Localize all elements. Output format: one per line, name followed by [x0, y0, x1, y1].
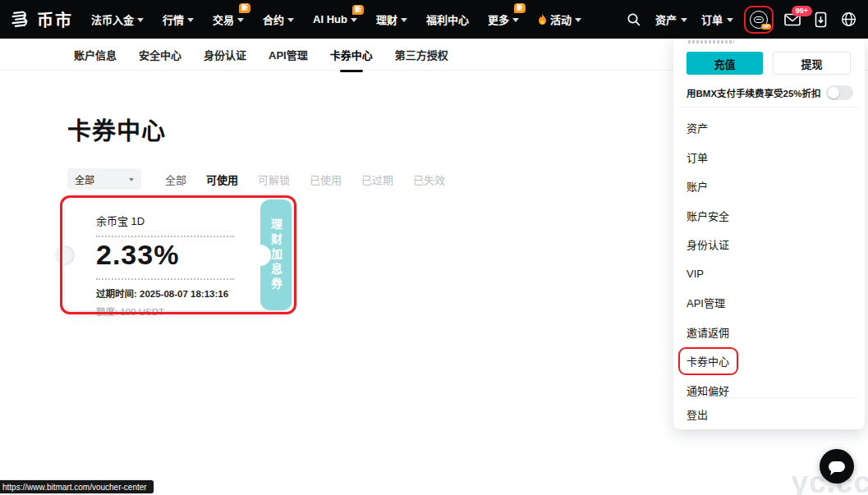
panel-menu-label: VIP	[687, 268, 704, 280]
nav-item-rewards[interactable]: 福利中心	[426, 11, 469, 27]
dotted-divider	[96, 236, 234, 237]
panel-menu-label: 身份认证	[687, 236, 729, 252]
panel-menu-item-assets[interactable]: 资产	[673, 113, 865, 143]
subnav-item-api-management[interactable]: API管理	[269, 47, 308, 62]
chat-widget-button[interactable]	[820, 449, 854, 484]
nav-item-earn[interactable]: 理财	[376, 11, 407, 27]
panel-menu-item-account-security[interactable]: 账户安全	[673, 201, 865, 231]
withdraw-button[interactable]: 提现	[773, 52, 851, 75]
nav-item-label: AI Hub	[313, 13, 347, 25]
clipped-account-row	[688, 40, 734, 44]
chevron-down-icon	[187, 18, 194, 22]
account-menu: 资产订单账户账户安全身份认证VIPAPI管理邀请返佣卡券中心通知偏好	[673, 108, 865, 405]
filter-tab-expired[interactable]: 已过期	[361, 172, 393, 187]
filter-tab-usable[interactable]: 可使用	[206, 172, 238, 187]
nav-item-label: 行情	[163, 11, 184, 27]
panel-menu-label: 卡券中心	[687, 353, 729, 369]
subnav-item-security-center[interactable]: 安全中心	[139, 47, 181, 62]
flame-icon	[538, 14, 547, 25]
user-avatar-button[interactable]: VIP	[747, 8, 770, 31]
language-globe-icon[interactable]	[841, 11, 857, 27]
chevron-down-icon	[401, 18, 407, 22]
chevron-down-icon	[237, 18, 244, 22]
vip-badge: VIP	[761, 24, 771, 30]
nav-item-trade[interactable]: 交易新	[213, 11, 244, 27]
deposit-button[interactable]: 充值	[687, 52, 763, 75]
panel-menu-item-account[interactable]: 账户	[673, 172, 865, 201]
brand-logo[interactable]: 币市	[10, 7, 73, 31]
brand-logo-icon	[10, 9, 31, 30]
filter-tab-all[interactable]: 全部	[165, 172, 186, 187]
page-root: 币市 法币入金行情交易新合约AI Hub新理财福利中心更多新活动 资产 订单 V…	[0, 0, 868, 495]
panel-menu-item-kyc[interactable]: 身份认证	[673, 230, 865, 259]
account-dropdown-panel: 充值 提现 用BMX支付手续费享受25%折扣 资产订单账户账户安全身份认证VIP…	[673, 39, 865, 429]
search-icon[interactable]	[627, 12, 641, 27]
chevron-down-icon	[351, 18, 357, 22]
subnav-item-account-info[interactable]: 账户信息	[74, 47, 117, 62]
nav-item-more[interactable]: 更多新	[488, 11, 519, 27]
browser-status-url: https://www.bitmart.com/voucher-center	[0, 479, 154, 494]
brand-name: 币市	[37, 7, 73, 31]
subnav-item-voucher-center[interactable]: 卡券中心	[330, 47, 373, 62]
panel-menu-item-vip[interactable]: VIP	[673, 259, 865, 289]
chevron-down-icon	[137, 18, 144, 22]
bmx-fee-row: 用BMX支付手续费享受25%折扣	[687, 85, 853, 100]
nav-item-futures[interactable]: 合约	[263, 11, 294, 27]
panel-menu-item-api-management[interactable]: API管理	[673, 288, 865, 318]
nav-item-ai-hub[interactable]: AI Hub新	[313, 13, 357, 25]
chevron-down-icon	[575, 18, 581, 22]
voucher-type-dropdown[interactable]: 全部	[67, 168, 141, 190]
nav-item-label: 福利中心	[426, 11, 469, 27]
subnav-item-kyc[interactable]: 身份认证	[204, 47, 246, 62]
new-badge: 新	[514, 3, 526, 13]
subnav-item-third-party[interactable]: 第三方授权	[395, 47, 448, 62]
app-download-icon[interactable]	[815, 11, 827, 28]
nav-item-fiat[interactable]: 法币入金	[91, 11, 144, 27]
logout-button[interactable]: 登出	[673, 398, 865, 429]
nav-item-label: 法币入金	[91, 11, 134, 27]
nav-item-markets[interactable]: 行情	[163, 11, 194, 27]
chevron-down-icon	[129, 178, 134, 181]
messages-button[interactable]: 99+	[784, 13, 801, 26]
nav-item-events[interactable]: 活动	[538, 11, 581, 27]
logout-label: 登出	[687, 406, 708, 422]
voucher-expiry: 过期时间: 2025-08-07 18:13:16	[96, 286, 254, 300]
nav-orders-label: 订单	[701, 11, 723, 27]
filter-tab-invalid[interactable]: 已失效	[413, 172, 445, 187]
ticket-notch-left	[55, 245, 75, 265]
voucher-card[interactable]: 余币宝 1D 2.33% 过期时间: 2025-08-07 18:13:16 额…	[65, 199, 292, 310]
chevron-down-icon	[287, 18, 294, 22]
nav-item-orders[interactable]: 订单	[701, 11, 733, 27]
filter-tab-unlockable[interactable]: 可解锁	[258, 172, 290, 187]
panel-menu-item-referral[interactable]: 邀请返佣	[673, 318, 865, 347]
chat-bubble-icon	[829, 461, 845, 472]
dropdown-value: 全部	[75, 172, 94, 186]
bmx-fee-toggle[interactable]	[826, 85, 853, 100]
panel-menu-label: 订单	[687, 149, 708, 165]
nav-item-label: 更多	[488, 11, 509, 27]
panel-menu-item-voucher-center[interactable]: 卡券中心	[673, 346, 865, 376]
nav-assets-label: 资产	[655, 11, 677, 27]
nav-item-label: 理财	[376, 11, 397, 27]
status-url-text: https://www.bitmart.com/voucher-center	[2, 483, 147, 492]
voucher-quota: 额度: 100 USDT	[96, 305, 254, 318]
nav-item-label: 合约	[263, 11, 284, 27]
voucher-rate: 2.33%	[96, 239, 254, 271]
chevron-down-icon	[681, 18, 687, 22]
panel-action-buttons: 充值 提现	[687, 52, 851, 75]
chevron-down-icon	[512, 18, 519, 22]
voucher-name: 余币宝 1D	[96, 213, 254, 228]
page-title: 卡券中心	[67, 112, 166, 146]
filter-row: 全部 全部可使用可解锁已使用已过期已失效	[67, 168, 445, 190]
panel-menu-item-orders[interactable]: 订单	[673, 143, 865, 172]
panel-menu-label: API管理	[687, 295, 725, 310]
top-navbar: 币市 法币入金行情交易新合约AI Hub新理财福利中心更多新活动 资产 订单 V…	[0, 0, 868, 39]
status-filter-tabs: 全部可使用可解锁已使用已过期已失效	[165, 172, 445, 187]
toggle-knob	[828, 87, 839, 99]
filter-tab-used[interactable]: 已使用	[310, 172, 342, 187]
panel-menu-label: 资产	[687, 120, 708, 135]
avatar-icon: VIP	[750, 11, 768, 29]
nav-item-assets[interactable]: 资产	[655, 11, 687, 27]
panel-menu-label: 账户安全	[687, 208, 729, 223]
navbar-right: 资产 订单 VIP 99+	[627, 8, 857, 31]
